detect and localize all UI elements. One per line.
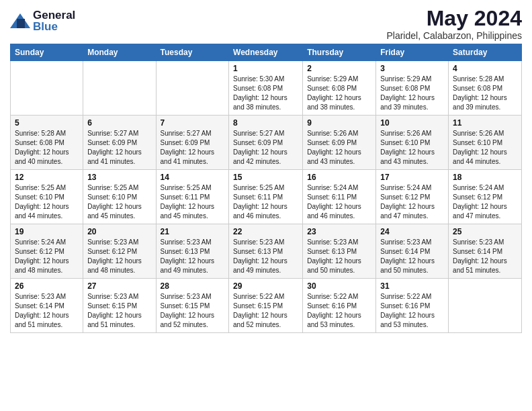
- day-detail: Sunrise: 5:22 AM Sunset: 6:16 PM Dayligh…: [307, 292, 371, 330]
- table-row: 10Sunrise: 5:26 AM Sunset: 6:10 PM Dayli…: [376, 116, 449, 170]
- day-detail: Sunrise: 5:25 AM Sunset: 6:11 PM Dayligh…: [233, 183, 298, 221]
- table-row: [156, 61, 229, 116]
- table-row: 21Sunrise: 5:23 AM Sunset: 6:13 PM Dayli…: [156, 224, 229, 279]
- day-number: 30: [307, 281, 371, 291]
- table-row: 31Sunrise: 5:22 AM Sunset: 6:16 PM Dayli…: [376, 279, 449, 333]
- day-number: 21: [161, 227, 225, 236]
- day-number: 27: [87, 281, 151, 291]
- calendar-body: 1Sunrise: 5:30 AM Sunset: 6:08 PM Daylig…: [11, 61, 522, 333]
- logo-icon: [10, 13, 30, 28]
- day-number: 28: [161, 281, 225, 291]
- day-detail: Sunrise: 5:23 AM Sunset: 6:14 PM Dayligh…: [380, 238, 444, 275]
- day-detail: Sunrise: 5:23 AM Sunset: 6:14 PM Dayligh…: [15, 292, 79, 330]
- table-row: 29Sunrise: 5:22 AM Sunset: 6:15 PM Dayli…: [229, 279, 303, 333]
- table-row: 7Sunrise: 5:27 AM Sunset: 6:09 PM Daylig…: [156, 116, 229, 170]
- day-number: 10: [380, 118, 444, 128]
- day-number: 29: [233, 281, 298, 291]
- header-friday: Friday: [376, 44, 449, 61]
- day-number: 1: [233, 64, 298, 73]
- logo-blue-text: Blue: [33, 21, 75, 32]
- day-detail: Sunrise: 5:27 AM Sunset: 6:09 PM Dayligh…: [233, 129, 298, 167]
- table-row: 5Sunrise: 5:28 AM Sunset: 6:08 PM Daylig…: [11, 116, 83, 170]
- day-detail: Sunrise: 5:24 AM Sunset: 6:12 PM Dayligh…: [15, 238, 79, 275]
- table-row: 6Sunrise: 5:27 AM Sunset: 6:09 PM Daylig…: [83, 116, 156, 170]
- page-header: General Blue May 2024 Plaridel, Calabarz…: [10, 7, 522, 41]
- table-row: 13Sunrise: 5:25 AM Sunset: 6:10 PM Dayli…: [83, 170, 156, 224]
- table-row: 8Sunrise: 5:27 AM Sunset: 6:09 PM Daylig…: [229, 116, 303, 170]
- header-tuesday: Tuesday: [156, 44, 229, 61]
- table-row: 20Sunrise: 5:23 AM Sunset: 6:12 PM Dayli…: [83, 224, 156, 279]
- header-monday: Monday: [83, 44, 156, 61]
- table-row: 22Sunrise: 5:23 AM Sunset: 6:13 PM Dayli…: [229, 224, 303, 279]
- table-row: 28Sunrise: 5:23 AM Sunset: 6:15 PM Dayli…: [156, 279, 229, 333]
- day-number: 5: [15, 118, 79, 128]
- day-detail: Sunrise: 5:23 AM Sunset: 6:13 PM Dayligh…: [233, 238, 298, 275]
- table-row: 25Sunrise: 5:23 AM Sunset: 6:14 PM Dayli…: [449, 224, 522, 279]
- table-row: 24Sunrise: 5:23 AM Sunset: 6:14 PM Dayli…: [376, 224, 449, 279]
- day-number: 14: [161, 173, 225, 182]
- table-row: 9Sunrise: 5:26 AM Sunset: 6:09 PM Daylig…: [303, 116, 376, 170]
- day-detail: Sunrise: 5:25 AM Sunset: 6:11 PM Dayligh…: [161, 183, 225, 221]
- day-number: 20: [87, 227, 151, 236]
- day-detail: Sunrise: 5:24 AM Sunset: 6:12 PM Dayligh…: [453, 183, 517, 221]
- day-detail: Sunrise: 5:26 AM Sunset: 6:09 PM Dayligh…: [307, 129, 371, 167]
- day-detail: Sunrise: 5:29 AM Sunset: 6:08 PM Dayligh…: [307, 75, 371, 112]
- day-detail: Sunrise: 5:26 AM Sunset: 6:10 PM Dayligh…: [380, 129, 444, 167]
- table-row: 2Sunrise: 5:29 AM Sunset: 6:08 PM Daylig…: [303, 61, 376, 116]
- day-number: 8: [233, 118, 298, 128]
- day-detail: Sunrise: 5:23 AM Sunset: 6:12 PM Dayligh…: [87, 238, 151, 275]
- day-number: 2: [307, 64, 371, 73]
- day-number: 15: [233, 173, 298, 182]
- table-row: 23Sunrise: 5:23 AM Sunset: 6:13 PM Dayli…: [303, 224, 376, 279]
- day-number: 6: [87, 118, 151, 128]
- header-thursday: Thursday: [303, 44, 376, 61]
- day-number: 7: [161, 118, 225, 128]
- day-detail: Sunrise: 5:23 AM Sunset: 6:13 PM Dayligh…: [307, 238, 371, 275]
- table-row: 26Sunrise: 5:23 AM Sunset: 6:14 PM Dayli…: [11, 279, 83, 333]
- day-number: 26: [15, 281, 79, 291]
- day-detail: Sunrise: 5:28 AM Sunset: 6:08 PM Dayligh…: [15, 129, 79, 167]
- table-row: 1Sunrise: 5:30 AM Sunset: 6:08 PM Daylig…: [229, 61, 303, 116]
- day-detail: Sunrise: 5:29 AM Sunset: 6:08 PM Dayligh…: [380, 75, 444, 112]
- day-number: 23: [307, 227, 371, 236]
- table-row: 4Sunrise: 5:28 AM Sunset: 6:08 PM Daylig…: [449, 61, 522, 116]
- table-row: 19Sunrise: 5:24 AM Sunset: 6:12 PM Dayli…: [11, 224, 83, 279]
- day-detail: Sunrise: 5:25 AM Sunset: 6:10 PM Dayligh…: [15, 183, 79, 221]
- calendar-title-block: May 2024 Plaridel, Calabarzon, Philippin…: [386, 7, 522, 41]
- day-detail: Sunrise: 5:24 AM Sunset: 6:12 PM Dayligh…: [380, 183, 444, 221]
- calendar-header: Sunday Monday Tuesday Wednesday Thursday…: [11, 44, 522, 61]
- day-detail: Sunrise: 5:23 AM Sunset: 6:15 PM Dayligh…: [161, 292, 225, 330]
- table-row: 11Sunrise: 5:26 AM Sunset: 6:10 PM Dayli…: [449, 116, 522, 170]
- table-row: 3Sunrise: 5:29 AM Sunset: 6:08 PM Daylig…: [376, 61, 449, 116]
- day-number: 9: [307, 118, 371, 128]
- table-row: 12Sunrise: 5:25 AM Sunset: 6:10 PM Dayli…: [11, 170, 83, 224]
- calendar-title: May 2024: [386, 7, 522, 30]
- calendar-subtitle: Plaridel, Calabarzon, Philippines: [386, 30, 522, 41]
- day-number: 13: [87, 173, 151, 182]
- day-detail: Sunrise: 5:22 AM Sunset: 6:15 PM Dayligh…: [233, 292, 298, 330]
- header-wednesday: Wednesday: [229, 44, 303, 61]
- day-detail: Sunrise: 5:26 AM Sunset: 6:10 PM Dayligh…: [453, 129, 517, 167]
- day-number: 18: [453, 173, 517, 182]
- day-detail: Sunrise: 5:27 AM Sunset: 6:09 PM Dayligh…: [87, 129, 151, 167]
- day-detail: Sunrise: 5:27 AM Sunset: 6:09 PM Dayligh…: [161, 129, 225, 167]
- calendar-table: Sunday Monday Tuesday Wednesday Thursday…: [10, 44, 522, 333]
- day-number: 22: [233, 227, 298, 236]
- header-saturday: Saturday: [449, 44, 522, 61]
- table-row: 18Sunrise: 5:24 AM Sunset: 6:12 PM Dayli…: [449, 170, 522, 224]
- logo-general-text: General: [33, 9, 75, 21]
- table-row: [449, 279, 522, 333]
- day-number: 3: [380, 64, 444, 73]
- day-detail: Sunrise: 5:30 AM Sunset: 6:08 PM Dayligh…: [233, 75, 298, 112]
- day-detail: Sunrise: 5:23 AM Sunset: 6:14 PM Dayligh…: [453, 238, 517, 275]
- table-row: 15Sunrise: 5:25 AM Sunset: 6:11 PM Dayli…: [229, 170, 303, 224]
- day-detail: Sunrise: 5:22 AM Sunset: 6:16 PM Dayligh…: [380, 292, 444, 330]
- day-detail: Sunrise: 5:23 AM Sunset: 6:13 PM Dayligh…: [161, 238, 225, 275]
- svg-marker-1: [17, 19, 25, 28]
- day-detail: Sunrise: 5:23 AM Sunset: 6:15 PM Dayligh…: [87, 292, 151, 330]
- day-number: 19: [15, 227, 79, 236]
- table-row: 17Sunrise: 5:24 AM Sunset: 6:12 PM Dayli…: [376, 170, 449, 224]
- logo: General Blue: [10, 9, 75, 32]
- day-number: 11: [453, 118, 517, 128]
- day-number: 16: [307, 173, 371, 182]
